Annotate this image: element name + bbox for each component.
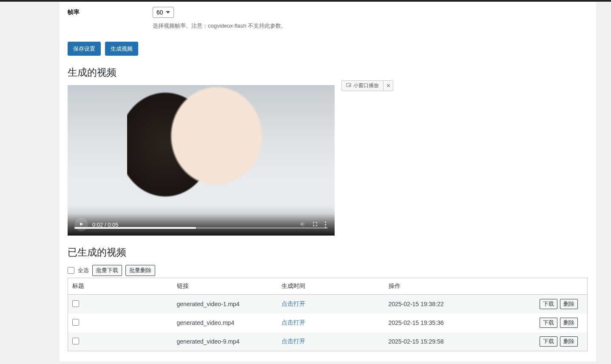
row-title: generated_video-9.mp4 (173, 332, 277, 351)
table-row: generated_video-9.mp4 点击打开 2025-02-15 15… (68, 332, 588, 351)
framerate-row: 帧率 60 (68, 7, 588, 18)
select-all-label: 全选 (78, 267, 89, 274)
generated-videos-table: 标题 链接 生成时间 操作 generated_video-1.mp4 点击打开… (68, 278, 588, 351)
row-title: generated_video.mp4 (173, 313, 277, 332)
row-title: generated_video-1.mp4 (173, 295, 277, 314)
row-time: 2025-02-15 15:29:58 (384, 332, 491, 351)
bulk-actions-row: 全选 批量下载 批量删除 (68, 265, 588, 276)
close-icon: ✕ (386, 82, 391, 89)
more-icon (325, 222, 326, 223)
row-checkbox[interactable] (72, 319, 79, 326)
play-button[interactable] (74, 218, 88, 231)
row-checkbox[interactable] (72, 338, 79, 344)
framerate-select[interactable]: 60 (153, 7, 174, 18)
col-title: 标题 (68, 278, 173, 295)
list-section-title: 已生成的视频 (68, 246, 588, 259)
col-time: 生成时间 (277, 278, 384, 295)
select-all-checkbox[interactable] (68, 267, 74, 274)
row-time: 2025-02-15 19:35:36 (384, 313, 491, 332)
delete-button[interactable]: 删除 (560, 318, 578, 328)
row-open-link[interactable]: 点击打开 (281, 338, 305, 344)
col-link: 链接 (173, 278, 277, 295)
table-row: generated_video-1.mp4 点击打开 2025-02-15 19… (68, 295, 588, 314)
row-open-link[interactable]: 点击打开 (281, 319, 305, 326)
bulk-delete-button[interactable]: 批量删除 (125, 265, 155, 276)
framerate-label: 帧率 (68, 9, 153, 16)
pip-box: 小窗口播放 ✕ (341, 80, 393, 91)
delete-button[interactable]: 删除 (560, 299, 578, 309)
video-progress-bar[interactable] (74, 227, 328, 229)
download-button[interactable]: 下载 (540, 336, 557, 347)
download-button[interactable]: 下载 (540, 299, 557, 309)
framerate-help: 选择视频帧率。注意：cogvideox-flash 不支持此参数。 (153, 22, 588, 30)
col-buttons (491, 278, 588, 295)
table-row: generated_video.mp4 点击打开 2025-02-15 19:3… (68, 313, 588, 332)
delete-button[interactable]: 删除 (560, 336, 578, 347)
pip-label-text: 小窗口播放 (353, 82, 379, 89)
video-progress-fill (74, 227, 196, 229)
row-time: 2025-02-15 19:38:22 (384, 295, 491, 314)
video-player-wrap: 小窗口播放 ✕ 0:02 / 0:05 (68, 85, 335, 236)
video-player[interactable]: 0:02 / 0:05 (68, 85, 335, 236)
bulk-download-button[interactable]: 批量下载 (92, 265, 122, 276)
preview-section-title: 生成的视频 (68, 66, 588, 79)
pip-icon (346, 82, 351, 89)
video-controls: 0:02 / 0:05 (68, 213, 335, 236)
row-checkbox[interactable] (72, 300, 79, 307)
save-settings-button[interactable]: 保存设置 (68, 42, 101, 56)
generate-video-button[interactable]: 生成视频 (105, 42, 138, 56)
download-button[interactable]: 下载 (540, 318, 557, 328)
pip-play-button[interactable]: 小窗口播放 (342, 81, 384, 91)
video-frame-image (68, 85, 335, 236)
row-open-link[interactable]: 点击打开 (281, 300, 305, 307)
pip-close-button[interactable]: ✕ (384, 81, 393, 91)
col-action: 操作 (384, 278, 491, 295)
main-panel: 帧率 60 选择视频帧率。注意：cogvideox-flash 不支持此参数。 … (59, 2, 596, 361)
